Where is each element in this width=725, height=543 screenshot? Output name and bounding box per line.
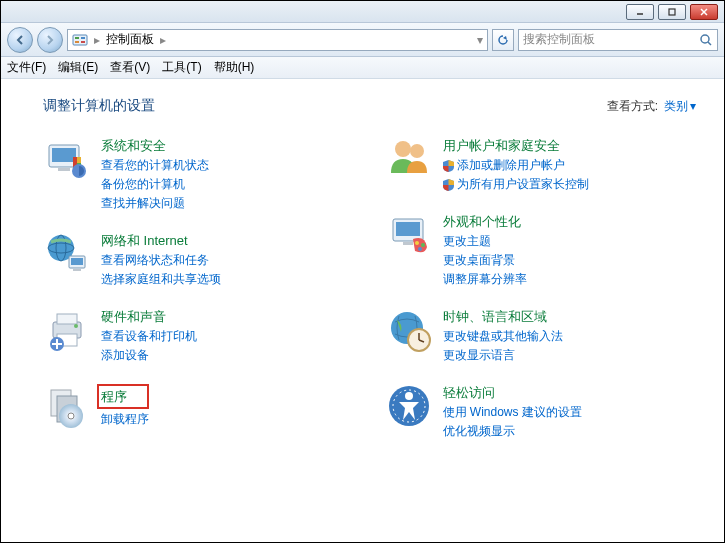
- printer-icon: [43, 306, 91, 354]
- svg-point-24: [74, 324, 78, 328]
- view-by: 查看方式: 类别 ▾: [607, 98, 696, 115]
- menu-file[interactable]: 文件(F): [7, 59, 46, 76]
- category-title[interactable]: 用户帐户和家庭安全: [443, 137, 589, 155]
- svg-point-29: [68, 413, 74, 419]
- category-link[interactable]: 卸载程序: [101, 411, 149, 428]
- category-link[interactable]: 查看设备和打印机: [101, 328, 197, 345]
- svg-point-36: [421, 243, 425, 247]
- left-column: 系统和安全 查看您的计算机状态 备份您的计算机 查找并解决问题 网络和 Inte…: [43, 135, 355, 440]
- content-area: 调整计算机的设置 查看方式: 类别 ▾ 系统和安全 查看您的计算机状态 备份您的…: [1, 79, 724, 542]
- category-appearance: 外观和个性化 更改主题 更改桌面背景 调整屏幕分辨率: [385, 211, 697, 288]
- svg-rect-13: [58, 168, 70, 171]
- category-link[interactable]: 备份您的计算机: [101, 176, 209, 193]
- search-icon: [699, 33, 713, 47]
- svg-rect-20: [73, 269, 81, 271]
- back-button[interactable]: [7, 27, 33, 53]
- menu-view[interactable]: 查看(V): [110, 59, 150, 76]
- appearance-icon: [385, 211, 433, 259]
- svg-rect-22: [57, 314, 77, 324]
- svg-rect-5: [75, 37, 79, 39]
- category-link[interactable]: 查找并解决问题: [101, 195, 209, 212]
- uac-shield-icon: [443, 179, 454, 191]
- svg-point-37: [418, 247, 422, 251]
- maximize-button[interactable]: [658, 4, 686, 20]
- category-link[interactable]: 查看您的计算机状态: [101, 157, 209, 174]
- category-link[interactable]: 添加设备: [101, 347, 197, 364]
- svg-rect-1: [669, 9, 675, 15]
- category-link[interactable]: 选择家庭组和共享选项: [101, 271, 221, 288]
- svg-rect-4: [73, 35, 87, 45]
- search-placeholder: 搜索控制面板: [523, 31, 595, 48]
- refresh-button[interactable]: [492, 29, 514, 51]
- category-link[interactable]: 更改键盘或其他输入法: [443, 328, 563, 345]
- category-link[interactable]: 添加或删除用户帐户: [443, 157, 589, 174]
- close-button[interactable]: [690, 4, 718, 20]
- category-link[interactable]: 更改桌面背景: [443, 252, 527, 269]
- svg-line-10: [708, 42, 711, 45]
- breadcrumb-sep: ▸: [160, 33, 166, 47]
- category-link[interactable]: 为所有用户设置家长控制: [443, 176, 589, 193]
- svg-rect-19: [71, 258, 83, 265]
- svg-rect-33: [396, 222, 420, 236]
- category-title[interactable]: 轻松访问: [443, 384, 582, 402]
- right-column: 用户帐户和家庭安全 添加或删除用户帐户 为所有用户设置家长控制 外观和个性化 更…: [385, 135, 697, 440]
- forward-button[interactable]: [37, 27, 63, 53]
- category-user-accounts: 用户帐户和家庭安全 添加或删除用户帐户 为所有用户设置家长控制: [385, 135, 697, 193]
- category-network: 网络和 Internet 查看网络状态和任务 选择家庭组和共享选项: [43, 230, 355, 288]
- category-title[interactable]: 网络和 Internet: [101, 232, 221, 250]
- svg-point-9: [701, 35, 709, 43]
- highlight-box: 程序: [97, 384, 149, 409]
- content-header: 调整计算机的设置 查看方式: 类别 ▾: [43, 97, 696, 115]
- category-title[interactable]: 系统和安全: [101, 137, 209, 155]
- svg-rect-7: [75, 41, 79, 43]
- svg-point-44: [405, 392, 413, 400]
- category-clock-language: 时钟、语言和区域 更改键盘或其他输入法 更改显示语言: [385, 306, 697, 364]
- view-by-selector[interactable]: 类别 ▾: [664, 98, 696, 115]
- control-panel-icon: [72, 32, 88, 48]
- category-system-security: 系统和安全 查看您的计算机状态 备份您的计算机 查找并解决问题: [43, 135, 355, 212]
- category-columns: 系统和安全 查看您的计算机状态 备份您的计算机 查找并解决问题 网络和 Inte…: [43, 135, 696, 440]
- category-title[interactable]: 硬件和声音: [101, 308, 197, 326]
- svg-point-35: [415, 241, 419, 245]
- category-link[interactable]: 更改主题: [443, 233, 527, 250]
- view-by-label: 查看方式:: [607, 98, 658, 115]
- svg-rect-12: [52, 148, 76, 162]
- address-bar[interactable]: ▸ 控制面板 ▸ ▾: [67, 29, 488, 51]
- menu-bar: 文件(F) 编辑(E) 查看(V) 工具(T) 帮助(H): [1, 57, 724, 79]
- breadcrumb-item[interactable]: 控制面板: [106, 31, 154, 48]
- category-link[interactable]: 调整屏幕分辨率: [443, 271, 527, 288]
- category-link[interactable]: 更改显示语言: [443, 347, 563, 364]
- control-panel-window: ▸ 控制面板 ▸ ▾ 搜索控制面板 文件(F) 编辑(E) 查看(V) 工具(T…: [1, 1, 724, 542]
- breadcrumb-sep: ▸: [94, 33, 100, 47]
- shield-computer-icon: [43, 135, 91, 183]
- category-title[interactable]: 外观和个性化: [443, 213, 527, 231]
- uac-shield-icon: [443, 160, 454, 172]
- globe-network-icon: [43, 230, 91, 278]
- category-title[interactable]: 时钟、语言和区域: [443, 308, 563, 326]
- category-title[interactable]: 程序: [101, 389, 127, 404]
- page-title: 调整计算机的设置: [43, 97, 155, 115]
- dropdown-arrow-icon[interactable]: ▾: [477, 33, 483, 47]
- svg-rect-34: [403, 242, 413, 245]
- clock-globe-icon: [385, 306, 433, 354]
- menu-help[interactable]: 帮助(H): [214, 59, 255, 76]
- svg-rect-8: [81, 41, 85, 43]
- menu-tools[interactable]: 工具(T): [162, 59, 201, 76]
- titlebar: [1, 1, 724, 23]
- category-link[interactable]: 优化视频显示: [443, 423, 582, 440]
- programs-disc-icon: [43, 382, 91, 430]
- minimize-button[interactable]: [626, 4, 654, 20]
- nav-toolbar: ▸ 控制面板 ▸ ▾ 搜索控制面板: [1, 23, 724, 57]
- svg-rect-6: [81, 37, 85, 39]
- menu-edit[interactable]: 编辑(E): [58, 59, 98, 76]
- category-link[interactable]: 查看网络状态和任务: [101, 252, 221, 269]
- svg-point-30: [395, 141, 411, 157]
- svg-point-31: [410, 144, 424, 158]
- category-link[interactable]: 使用 Windows 建议的设置: [443, 404, 582, 421]
- chevron-down-icon: ▾: [690, 99, 696, 113]
- user-accounts-icon: [385, 135, 433, 183]
- category-hardware-sound: 硬件和声音 查看设备和打印机 添加设备: [43, 306, 355, 364]
- category-ease-of-access: 轻松访问 使用 Windows 建议的设置 优化视频显示: [385, 382, 697, 440]
- search-input[interactable]: 搜索控制面板: [518, 29, 718, 51]
- category-programs: 程序 卸载程序: [43, 382, 355, 430]
